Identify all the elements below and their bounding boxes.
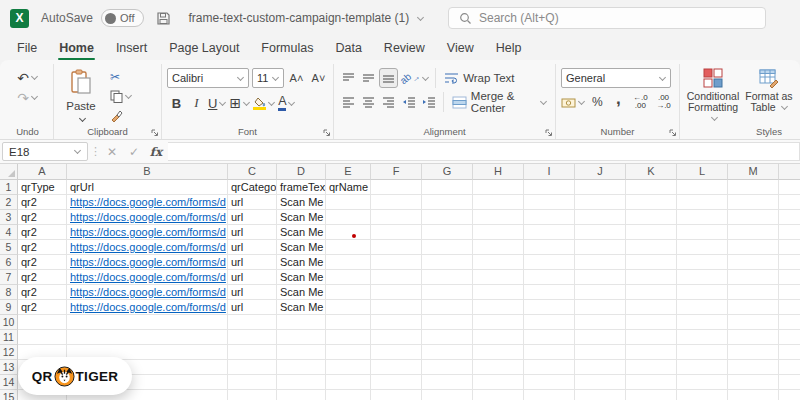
align-top-button[interactable]	[339, 68, 358, 88]
cell[interactable]	[779, 180, 800, 195]
cell[interactable]	[524, 285, 575, 300]
cell[interactable]	[422, 285, 473, 300]
cell[interactable]	[371, 285, 422, 300]
cell[interactable]	[677, 210, 728, 225]
cell[interactable]	[728, 390, 779, 400]
cell[interactable]	[626, 300, 677, 315]
row-header[interactable]: 8	[0, 285, 18, 300]
column-header[interactable]: C	[228, 164, 277, 180]
column-header[interactable]: E	[326, 164, 371, 180]
cell[interactable]: url	[228, 225, 277, 240]
cell[interactable]	[677, 270, 728, 285]
cell[interactable]	[473, 390, 524, 400]
cell[interactable]	[422, 345, 473, 360]
cell[interactable]	[779, 285, 800, 300]
cell[interactable]	[277, 360, 326, 375]
cell[interactable]	[626, 270, 677, 285]
cell[interactable]	[326, 375, 371, 390]
cell[interactable]	[575, 225, 626, 240]
row-header[interactable]: 2	[0, 195, 18, 210]
cell[interactable]	[728, 180, 779, 195]
cell[interactable]	[422, 360, 473, 375]
increase-font-size-button[interactable]: A˄	[287, 68, 306, 88]
row-header[interactable]: 13	[0, 360, 18, 375]
cell[interactable]	[326, 225, 371, 240]
tab-home[interactable]: Home	[48, 38, 105, 60]
column-header[interactable]: J	[575, 164, 626, 180]
formula-bar-handle-icon[interactable]: ⋮	[90, 145, 100, 158]
save-icon[interactable]	[156, 11, 171, 26]
cell[interactable]	[67, 315, 228, 330]
cell[interactable]: qrType	[18, 180, 67, 195]
cell[interactable]	[677, 195, 728, 210]
cell[interactable]: qr2	[18, 300, 67, 315]
cell[interactable]	[473, 285, 524, 300]
cell[interactable]	[524, 270, 575, 285]
cell[interactable]	[677, 390, 728, 400]
column-header[interactable]: I	[524, 164, 575, 180]
column-header[interactable]: N	[779, 164, 800, 180]
underline-button[interactable]: U	[207, 93, 227, 113]
cell[interactable]	[626, 345, 677, 360]
cell[interactable]: Scan Me	[277, 240, 326, 255]
excel-logo-icon[interactable]: X	[10, 9, 29, 28]
cell[interactable]	[779, 210, 800, 225]
cell[interactable]: qr2	[18, 255, 67, 270]
cell[interactable]	[326, 330, 371, 345]
cell[interactable]	[228, 390, 277, 400]
cell[interactable]	[18, 315, 67, 330]
cell[interactable]	[575, 195, 626, 210]
cell[interactable]	[524, 390, 575, 400]
paste-button[interactable]: Paste	[59, 66, 103, 124]
cell[interactable]	[779, 240, 800, 255]
cell[interactable]	[473, 225, 524, 240]
cell[interactable]: Scan Me	[277, 270, 326, 285]
cell[interactable]	[677, 240, 728, 255]
cell[interactable]: url	[228, 285, 277, 300]
cell[interactable]	[728, 270, 779, 285]
cell[interactable]	[473, 270, 524, 285]
cell[interactable]	[524, 255, 575, 270]
cell[interactable]	[728, 360, 779, 375]
column-header[interactable]: D	[277, 164, 326, 180]
decrease-decimal-button[interactable]: .00→.0	[653, 92, 674, 112]
formula-input[interactable]	[168, 142, 800, 161]
tab-view[interactable]: View	[436, 38, 485, 60]
cell[interactable]	[626, 390, 677, 400]
cell[interactable]	[575, 240, 626, 255]
cell[interactable]: https://docs.google.com/forms/d	[67, 225, 228, 240]
tab-page-layout[interactable]: Page Layout	[158, 38, 250, 60]
cell[interactable]	[277, 390, 326, 400]
cell[interactable]	[779, 300, 800, 315]
cell[interactable]	[524, 180, 575, 195]
cell[interactable]: qrUrl	[67, 180, 228, 195]
cell[interactable]	[626, 180, 677, 195]
increase-indent-button[interactable]	[419, 92, 438, 112]
cell[interactable]	[575, 360, 626, 375]
font-size-select[interactable]: 11	[252, 68, 284, 88]
cell[interactable]	[473, 255, 524, 270]
cell[interactable]: url	[228, 255, 277, 270]
cell[interactable]	[422, 210, 473, 225]
cell[interactable]: url	[228, 270, 277, 285]
cell[interactable]	[326, 390, 371, 400]
cell[interactable]: https://docs.google.com/forms/d	[67, 240, 228, 255]
cell[interactable]	[277, 375, 326, 390]
cell[interactable]	[728, 240, 779, 255]
cell[interactable]	[575, 315, 626, 330]
cell[interactable]	[371, 315, 422, 330]
cell[interactable]	[473, 330, 524, 345]
cell[interactable]: qr2	[18, 270, 67, 285]
dialog-launcher-icon[interactable]	[545, 129, 553, 137]
cell[interactable]: qr2	[18, 210, 67, 225]
cell[interactable]	[779, 195, 800, 210]
row-header[interactable]: 15	[0, 390, 18, 400]
cell[interactable]	[728, 210, 779, 225]
cell[interactable]	[677, 285, 728, 300]
decrease-font-size-button[interactable]: A˅	[309, 68, 328, 88]
cell[interactable]	[575, 330, 626, 345]
cell[interactable]	[326, 240, 371, 255]
dialog-launcher-icon[interactable]	[669, 129, 677, 137]
decrease-indent-button[interactable]	[399, 92, 418, 112]
cell[interactable]	[728, 225, 779, 240]
